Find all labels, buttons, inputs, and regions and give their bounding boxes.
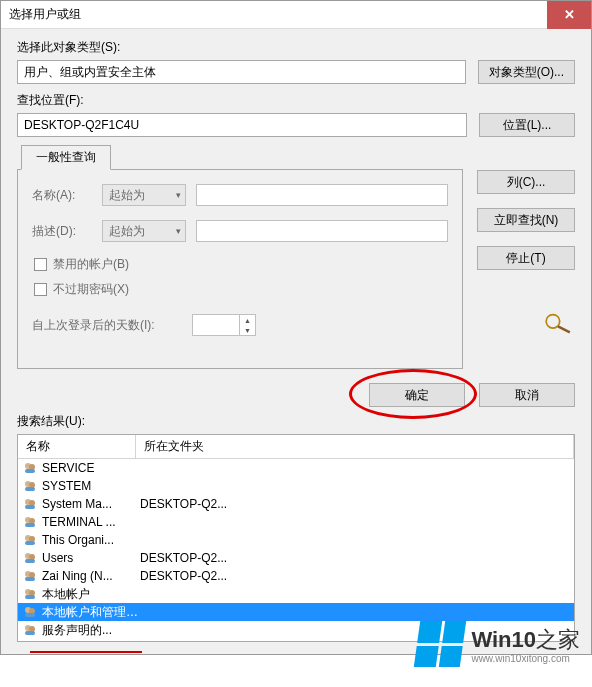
- list-item[interactable]: TERMINAL ...: [18, 513, 574, 531]
- row-name: SERVICE: [42, 461, 140, 475]
- row-name: Users: [42, 551, 140, 565]
- results-listview[interactable]: 名称 所在文件夹 SERVICESYSTEMSystem Ma...DESKTO…: [17, 434, 575, 642]
- titlebar: 选择用户或组 ✕: [1, 1, 591, 29]
- group-icon: [22, 496, 38, 512]
- name-input[interactable]: [196, 184, 448, 206]
- group-icon: [22, 550, 38, 566]
- name-row: 名称(A): 起始为 ▾: [32, 184, 448, 206]
- svg-rect-16: [25, 541, 35, 545]
- disabled-accounts-checkbox[interactable]: 禁用的帐户(B): [34, 256, 448, 273]
- list-item[interactable]: System Ma...DESKTOP-Q2...: [18, 495, 574, 513]
- windows-logo-icon: [414, 621, 466, 667]
- find-now-button[interactable]: 立即查找(N): [477, 208, 575, 232]
- svg-rect-28: [25, 613, 35, 617]
- group-icon: [22, 604, 38, 620]
- desc-row: 描述(D): 起始为 ▾: [32, 220, 448, 242]
- row-folder: DESKTOP-Q2...: [140, 569, 574, 583]
- object-type-label: 选择此对象类型(S):: [17, 39, 575, 56]
- location-label: 查找位置(F):: [17, 92, 575, 109]
- row-folder: DESKTOP-Q2...: [140, 551, 574, 565]
- col-folder-header[interactable]: 所在文件夹: [136, 435, 574, 458]
- lastlogin-label: 自上次登录后的天数(I):: [32, 317, 182, 334]
- annotation-underline: [30, 651, 142, 653]
- spin-down-icon[interactable]: ▼: [240, 325, 255, 335]
- svg-rect-13: [25, 523, 35, 527]
- svg-rect-4: [25, 469, 35, 473]
- location-group: 查找位置(F): DESKTOP-Q2F1C4U 位置(L)...: [17, 92, 575, 137]
- desc-input[interactable]: [196, 220, 448, 242]
- listview-header: 名称 所在文件夹: [18, 435, 574, 459]
- row-name: TERMINAL ...: [42, 515, 140, 529]
- list-item[interactable]: This Organi...: [18, 531, 574, 549]
- nonexpiring-password-checkbox[interactable]: 不过期密码(X): [34, 281, 448, 298]
- desc-label: 描述(D):: [32, 223, 92, 240]
- row-name: 服务声明的...: [42, 622, 140, 639]
- name-match-combo[interactable]: 起始为 ▾: [102, 184, 186, 206]
- ok-button[interactable]: 确定: [369, 383, 465, 407]
- svg-rect-10: [25, 505, 35, 509]
- desc-match-combo[interactable]: 起始为 ▾: [102, 220, 186, 242]
- row-name: SYSTEM: [42, 479, 140, 493]
- listview-body: SERVICESYSTEMSystem Ma...DESKTOP-Q2...TE…: [18, 459, 574, 639]
- group-icon: [22, 514, 38, 530]
- dialog-content: 选择此对象类型(S): 用户、组或内置安全主体 对象类型(O)... 查找位置(…: [1, 29, 591, 654]
- object-types-button[interactable]: 对象类型(O)...: [478, 60, 575, 84]
- locations-button[interactable]: 位置(L)...: [479, 113, 575, 137]
- list-item[interactable]: 本地帐户: [18, 585, 574, 603]
- list-item[interactable]: SYSTEM: [18, 477, 574, 495]
- stop-button[interactable]: 停止(T): [477, 246, 575, 270]
- window-title: 选择用户或组: [1, 6, 81, 23]
- results-label: 搜索结果(U):: [17, 413, 575, 430]
- svg-point-0: [546, 315, 560, 329]
- checkbox-icon: [34, 283, 47, 296]
- list-item[interactable]: 本地帐户和管理员组成员: [18, 603, 574, 621]
- object-type-group: 选择此对象类型(S): 用户、组或内置安全主体 对象类型(O)...: [17, 39, 575, 84]
- days-spinner[interactable]: ▲ ▼: [192, 314, 256, 336]
- group-icon: [22, 532, 38, 548]
- svg-rect-7: [25, 487, 35, 491]
- group-icon: [22, 586, 38, 602]
- tab-common-query[interactable]: 一般性查询: [21, 145, 111, 170]
- dialog-window: 选择用户或组 ✕ 选择此对象类型(S): 用户、组或内置安全主体 对象类型(O)…: [0, 0, 592, 655]
- spin-up-icon[interactable]: ▲: [240, 315, 255, 325]
- group-icon: [22, 622, 38, 638]
- checkbox-icon: [34, 258, 47, 271]
- group-icon: [22, 460, 38, 476]
- list-item[interactable]: UsersDESKTOP-Q2...: [18, 549, 574, 567]
- search-icon: [541, 312, 575, 334]
- cancel-button[interactable]: 取消: [479, 383, 575, 407]
- svg-rect-31: [25, 631, 35, 635]
- columns-button[interactable]: 列(C)...: [477, 170, 575, 194]
- group-icon: [22, 478, 38, 494]
- tab-pane: 名称(A): 起始为 ▾ 描述(D): 起始为 ▾: [17, 169, 463, 369]
- row-name: 本地帐户和管理员组成员: [42, 604, 140, 621]
- svg-rect-19: [25, 559, 35, 563]
- name-label: 名称(A):: [32, 187, 92, 204]
- svg-rect-25: [25, 595, 35, 599]
- tab-host: 一般性查询 名称(A): 起始为 ▾ 描述(D): 起始为: [17, 145, 575, 369]
- row-name: Zai Ning (N...: [42, 569, 140, 583]
- svg-line-1: [558, 326, 570, 332]
- row-name: This Organi...: [42, 533, 140, 547]
- row-name: System Ma...: [42, 497, 140, 511]
- close-button[interactable]: ✕: [547, 1, 591, 29]
- lastlogin-row: 自上次登录后的天数(I): ▲ ▼: [32, 314, 448, 336]
- row-name: 本地帐户: [42, 586, 140, 603]
- row-folder: DESKTOP-Q2...: [140, 497, 574, 511]
- chevron-down-icon: ▾: [176, 226, 181, 236]
- watermark: Win10之家 www.win10xitong.com: [417, 621, 580, 667]
- col-name-header[interactable]: 名称: [18, 435, 136, 458]
- group-icon: [22, 568, 38, 584]
- list-item[interactable]: Zai Ning (N...DESKTOP-Q2...: [18, 567, 574, 585]
- chevron-down-icon: ▾: [176, 190, 181, 200]
- footer-actions: 确定 取消: [17, 383, 575, 407]
- close-icon: ✕: [564, 7, 575, 22]
- object-type-field[interactable]: 用户、组或内置安全主体: [17, 60, 466, 84]
- side-buttons: 列(C)... 立即查找(N) 停止(T): [477, 170, 575, 334]
- svg-rect-22: [25, 577, 35, 581]
- location-field[interactable]: DESKTOP-Q2F1C4U: [17, 113, 467, 137]
- list-item[interactable]: SERVICE: [18, 459, 574, 477]
